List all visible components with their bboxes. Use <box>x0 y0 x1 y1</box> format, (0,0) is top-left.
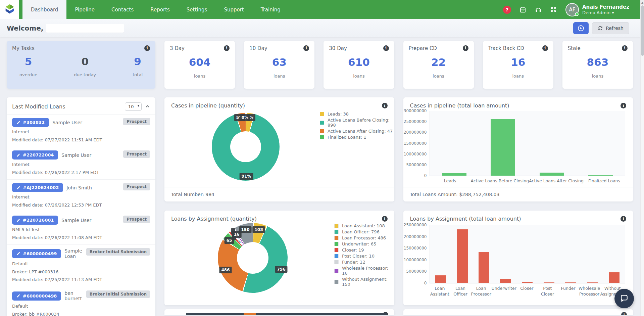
bar-active-loans-before-closing[interactable] <box>491 119 515 176</box>
info-icon[interactable]: i <box>621 312 627 315</box>
legend-item-post-closer[interactable]: Post Closer: 10 <box>334 254 394 259</box>
welcome-bar: Welcome, Refresh <box>0 19 644 37</box>
info-icon[interactable]: i <box>463 45 468 51</box>
loan-id-button[interactable]: #220722004 <box>12 150 58 160</box>
loan-id-button[interactable]: #6000000498 <box>12 291 61 301</box>
tab-contacts[interactable]: Contacts <box>103 0 142 19</box>
bar-closer[interactable] <box>522 282 533 283</box>
loan-id-button[interactable]: #220726001 <box>12 216 58 225</box>
bar-loan-assistant[interactable] <box>435 275 446 283</box>
legend-label: Loan Processor: 486 <box>342 235 386 240</box>
bar-active-loans-after-closing[interactable] <box>540 173 564 176</box>
middle-column: Cases in pipeline (quantity) i %5%0%91% … <box>164 97 394 315</box>
info-icon[interactable]: i <box>622 45 628 51</box>
bar-post-closer[interactable] <box>544 282 554 283</box>
legend-item-closer[interactable]: Closer: 19 <box>334 247 394 253</box>
page-scrollbar[interactable]: ▲ <box>640 0 644 316</box>
legend-item-leads[interactable]: Leads: 38 <box>320 111 394 117</box>
task-metric-value: 9 <box>133 55 143 67</box>
x-axis-labels: LeadsActive Loans Before ClosingActive L… <box>430 176 625 184</box>
stat-card-unit: loans <box>568 74 628 79</box>
loan-id-button[interactable]: #303832 <box>12 118 49 127</box>
tab-pipeline[interactable]: Pipeline <box>66 0 103 19</box>
stat-card-my-tasks[interactable]: My Tasksi5overdue0due today9total <box>7 41 155 89</box>
info-icon[interactable]: i <box>144 45 150 51</box>
legend-item-wholesale-processor[interactable]: Wholesale Processor: 16 <box>334 266 394 276</box>
legend-item-finalized-loans[interactable]: Finalized Loans: 1 <box>320 135 394 140</box>
info-icon[interactable]: i <box>303 45 309 51</box>
fullscreen-icon[interactable] <box>550 6 557 13</box>
legend-item-loan-processor[interactable]: Loan Processor: 486 <box>334 235 394 240</box>
walkthrough-play-button[interactable] <box>573 22 589 34</box>
tab-training[interactable]: Training <box>252 0 289 19</box>
calendar-icon[interactable] <box>519 6 527 13</box>
loan-detail-line: Modified date: 07/27/2022 11:51 AM EDT <box>12 137 150 143</box>
bar-loan-officer[interactable] <box>457 229 467 283</box>
refresh-button[interactable]: Refresh <box>592 22 629 34</box>
page-size-select[interactable]: 10 <box>125 102 142 111</box>
bar-wholesale-processor[interactable] <box>587 282 598 283</box>
legend-item-funder[interactable]: Funder: 12 <box>334 260 394 265</box>
task-metric-value: 0 <box>74 55 96 67</box>
legend-item-active-loans-after-closing[interactable]: Active Loans After Closing: 47 <box>320 129 394 134</box>
info-icon[interactable]: i <box>621 216 626 222</box>
scrollbar-thumb[interactable] <box>641 5 644 56</box>
y-tick-label: 50000000 <box>406 163 427 167</box>
pipeline-qty-donut[interactable]: %5%0%91% <box>212 113 280 181</box>
legend-swatch <box>334 269 339 273</box>
bar-leads[interactable] <box>442 173 466 176</box>
user-menu[interactable]: AF Anais Fernandez Demo Admin ▾ <box>565 3 629 16</box>
info-icon[interactable]: i <box>621 103 626 108</box>
nav-tabs: DashboardPipelineContactsReportsSettings… <box>22 0 289 19</box>
tab-reports[interactable]: Reports <box>142 0 178 19</box>
info-icon[interactable]: i <box>382 216 388 222</box>
tab-settings[interactable]: Settings <box>178 0 216 19</box>
bar-loan-processor[interactable] <box>479 252 489 283</box>
tab-dashboard[interactable]: Dashboard <box>22 0 66 19</box>
stat-card-stale[interactable]: Stalei863loans <box>562 41 633 89</box>
scroll-up-arrow[interactable]: ▲ <box>641 0 644 5</box>
info-icon[interactable]: i <box>382 103 388 108</box>
task-metric-label: due today <box>74 72 96 77</box>
legend-label: Active Loans After Closing: 47 <box>328 129 393 134</box>
next-panel-partial: i <box>403 309 633 315</box>
legend-item-loan-officer[interactable]: Loan Officer: 796 <box>334 229 394 234</box>
donut-label: 0% <box>240 114 250 121</box>
stat-card-value: 610 <box>329 56 389 68</box>
loan-id-button[interactable]: #AJ220624002 <box>12 183 63 192</box>
info-icon[interactable]: i <box>383 45 389 51</box>
chat-widget-button[interactable] <box>614 289 634 308</box>
donut-label: 91% <box>240 173 253 180</box>
stat-card-10-day[interactable]: 10 Dayi63loans <box>244 41 314 89</box>
support-headset-icon[interactable] <box>535 6 542 13</box>
legend-item-without-assignment[interactable]: Without Assignment: 150 <box>334 277 394 287</box>
legend-item-loan-assistant[interactable]: Loan Assistant: 108 <box>334 223 394 228</box>
loan-id: #220726001 <box>23 218 54 223</box>
avatar-initials: AF <box>569 7 576 13</box>
loan-id-button[interactable]: #6000000499 <box>12 249 61 258</box>
legend-swatch <box>334 224 339 228</box>
avatar[interactable]: AF <box>565 3 579 16</box>
bar-without-assignment[interactable] <box>609 272 620 283</box>
legend-label: Leads: 38 <box>328 111 349 117</box>
loan-list-item: #220726001Sample UserProspectNMLS Id Tes… <box>7 212 155 244</box>
loan-borrower-name: Sample User <box>52 120 82 125</box>
assignment-qty-donut[interactable]: 6516150108796486 <box>218 223 288 293</box>
loan-id: #6000000498 <box>23 294 57 299</box>
info-icon[interactable]: i <box>542 45 548 51</box>
stat-card-title: 10 Day <box>249 45 267 51</box>
stat-card-track-back-cd[interactable]: Track Back CDi16loans <box>483 41 553 89</box>
stat-card-prepare-cd[interactable]: Prepare CDi22loans <box>403 41 474 89</box>
legend-item-active-loans-before-closing[interactable]: Active Loans Before Closing: 898 <box>320 118 394 128</box>
stat-card-30-day[interactable]: 30 Dayi610loans <box>324 41 394 89</box>
help-icon[interactable]: ? <box>503 6 511 14</box>
bar-underwriter[interactable] <box>500 279 511 283</box>
bar-funder[interactable] <box>565 282 576 283</box>
bar-finalized-loans[interactable] <box>588 175 613 176</box>
info-icon[interactable]: i <box>224 45 230 51</box>
y-tick-label: 100000000 <box>404 258 427 262</box>
collapse-panel-icon[interactable] <box>145 104 150 109</box>
tab-support[interactable]: Support <box>215 0 252 19</box>
legend-item-underwriter[interactable]: Underwriter: 65 <box>334 241 394 246</box>
stat-card-3-day[interactable]: 3 Dayi604loans <box>164 41 235 89</box>
